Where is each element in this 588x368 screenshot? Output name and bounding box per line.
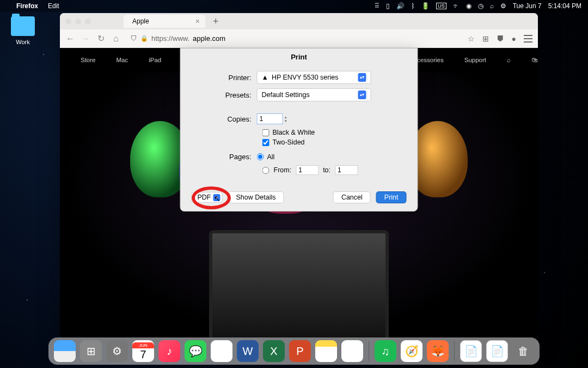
app-name[interactable]: Firefox xyxy=(16,2,38,10)
cal-month: JUN xyxy=(132,342,154,348)
bluetooth-icon[interactable]: ᛒ xyxy=(411,2,415,10)
work-folder[interactable]: Work xyxy=(11,16,35,45)
dock-slack[interactable]: ✱ xyxy=(341,340,363,362)
dock-firefox[interactable]: 🦊 xyxy=(427,340,449,362)
select-arrows-icon: ▴▾ xyxy=(358,73,366,82)
dock-chrome[interactable]: ◉ xyxy=(211,340,232,362)
dock-calendar[interactable]: JUN7 xyxy=(132,340,154,362)
pocket-icon[interactable]: ⛊ xyxy=(497,34,504,43)
window-close[interactable] xyxy=(65,19,71,25)
firefox-window: Apple × + ← → ↻ ⌂ ⛉ 🔒 https://www.apple.… xyxy=(60,13,538,339)
battery-icon[interactable]: 🔋 xyxy=(421,2,430,10)
menubar-date[interactable]: Tue Jun 7 xyxy=(513,2,542,10)
copies-input[interactable] xyxy=(257,113,283,124)
print-dialog: Print Printer: ▲HP ENVY 5530 series ▴▾ P… xyxy=(180,48,418,212)
dock-excel[interactable]: X xyxy=(263,340,285,362)
print-button[interactable]: Print xyxy=(376,191,407,203)
edit-menu[interactable]: Edit xyxy=(48,2,59,10)
user-icon[interactable]: ◉ xyxy=(466,2,471,10)
reload-button[interactable]: ↻ xyxy=(96,33,106,44)
two-sided-label: Two-Sided xyxy=(273,138,305,146)
tab-close-icon[interactable]: × xyxy=(195,17,200,26)
search-icon[interactable]: ⌕ xyxy=(490,2,494,10)
dock-safari[interactable]: 🧭 xyxy=(401,340,422,362)
dock: ⊞ ⚙ JUN7 ♪ 💬 ◉ W X P ✱ ♫ 🧭 🦊 📄 📄 🗑 xyxy=(48,337,540,365)
window-minimize[interactable] xyxy=(75,19,81,25)
chevron-down-icon: ▾ xyxy=(213,194,220,201)
input-source[interactable]: US xyxy=(436,3,446,9)
menubar: Firefox Edit ⠿ ▯ 🔊 ᛒ 🔋 US ᯤ ◉ ◷ ⌕ ⚙ Tue … xyxy=(0,0,588,12)
profile-icon[interactable]: ● xyxy=(512,34,516,43)
window-zoom[interactable] xyxy=(85,19,91,25)
dock-document[interactable]: 📄 xyxy=(460,340,482,362)
dock-spotify[interactable]: ♫ xyxy=(375,340,396,362)
browser-tab[interactable]: Apple × xyxy=(124,15,205,28)
presets-select[interactable]: Default Settings ▴▾ xyxy=(257,88,371,101)
from-label: From: xyxy=(274,166,292,174)
control-center-icon[interactable]: ⚙ xyxy=(500,2,506,10)
forward-button[interactable]: → xyxy=(81,34,90,44)
dock-document2[interactable]: 📄 xyxy=(486,340,508,362)
pages-label: Pages: xyxy=(192,153,257,161)
wifi-icon[interactable]: ᯤ xyxy=(453,2,460,10)
printer-select[interactable]: ▲HP ENVY 5530 series ▴▾ xyxy=(257,71,371,84)
from-input[interactable] xyxy=(296,165,318,175)
warning-icon: ▲ xyxy=(262,74,268,81)
bookmark-icon[interactable]: ☆ xyxy=(468,34,475,43)
presets-value: Default Settings xyxy=(262,91,310,99)
dock-launchpad[interactable]: ⊞ xyxy=(80,340,102,362)
presets-label: Presets: xyxy=(192,91,257,99)
printer-label: Printer: xyxy=(192,74,257,82)
nav-search-icon[interactable]: ⌕ xyxy=(507,57,511,63)
menubar-time[interactable]: 5:14:04 PM xyxy=(548,2,581,10)
cal-day: 7 xyxy=(140,348,146,361)
dock-messages[interactable]: 💬 xyxy=(185,340,206,362)
print-dialog-title: Print xyxy=(181,49,418,71)
copies-stepper[interactable]: ▴▾ xyxy=(285,115,290,123)
cancel-button[interactable]: Cancel xyxy=(333,191,371,203)
pdf-dropdown[interactable]: PDF ▾ xyxy=(192,192,223,203)
lock-icon[interactable]: 🔒 xyxy=(140,35,148,42)
clock-icon[interactable]: ◷ xyxy=(478,2,483,10)
shield-icon[interactable]: ⛉ xyxy=(131,35,137,43)
folder-icon xyxy=(11,16,35,36)
nav-item-support[interactable]: Support xyxy=(464,57,486,63)
black-white-label: Black & White xyxy=(273,129,315,136)
dock-powerpoint[interactable]: P xyxy=(289,340,311,362)
nav-bag-icon[interactable]: 🛍 xyxy=(531,57,538,63)
nav-item-mac[interactable]: Mac xyxy=(117,57,128,63)
back-button[interactable]: ← xyxy=(65,34,75,44)
url-bar: ← → ↻ ⌂ ⛉ 🔒 https://www.apple.com ☆ ⊞ ⛊ … xyxy=(60,29,538,48)
nav-item-ipad[interactable]: iPad xyxy=(149,57,161,63)
volume-icon[interactable]: 🔊 xyxy=(396,2,405,10)
sync-icon[interactable]: ▯ xyxy=(386,2,390,10)
dropbox-icon[interactable]: ⠿ xyxy=(375,2,379,10)
pages-from-radio[interactable] xyxy=(262,167,270,174)
hamburger-menu[interactable] xyxy=(524,35,532,43)
macbook xyxy=(201,230,397,339)
dock-music[interactable]: ♪ xyxy=(158,340,180,362)
to-label: to: xyxy=(323,166,330,174)
dock-finder[interactable] xyxy=(54,340,76,362)
dock-settings[interactable]: ⚙ xyxy=(106,340,128,362)
black-white-checkbox[interactable] xyxy=(262,129,270,136)
home-button[interactable]: ⌂ xyxy=(111,34,121,44)
url-field[interactable]: ⛉ 🔒 https://www.apple.com xyxy=(126,34,462,43)
dock-notes[interactable] xyxy=(315,340,337,362)
dock-separator xyxy=(369,341,369,361)
nav-item-store[interactable]: Store xyxy=(81,57,96,63)
new-tab-button[interactable]: + xyxy=(213,16,219,27)
dock-trash[interactable]: 🗑 xyxy=(512,340,534,362)
printer-value: HP ENVY 5530 series xyxy=(272,74,339,81)
tab-bar: Apple × + xyxy=(60,13,538,29)
extension-icon[interactable]: ⊞ xyxy=(482,34,489,43)
show-details-button[interactable]: Show Details xyxy=(228,191,284,203)
tab-title: Apple xyxy=(132,17,149,25)
page-content: Store Mac iPad iPhone Watch AirPods TV &… xyxy=(60,48,538,339)
pages-all-radio[interactable] xyxy=(257,153,264,160)
to-input[interactable] xyxy=(335,165,358,175)
two-sided-checkbox[interactable] xyxy=(262,139,270,146)
dock-separator xyxy=(454,341,455,361)
dock-word[interactable]: W xyxy=(237,340,259,362)
url-prefix: https://www. xyxy=(151,34,189,43)
